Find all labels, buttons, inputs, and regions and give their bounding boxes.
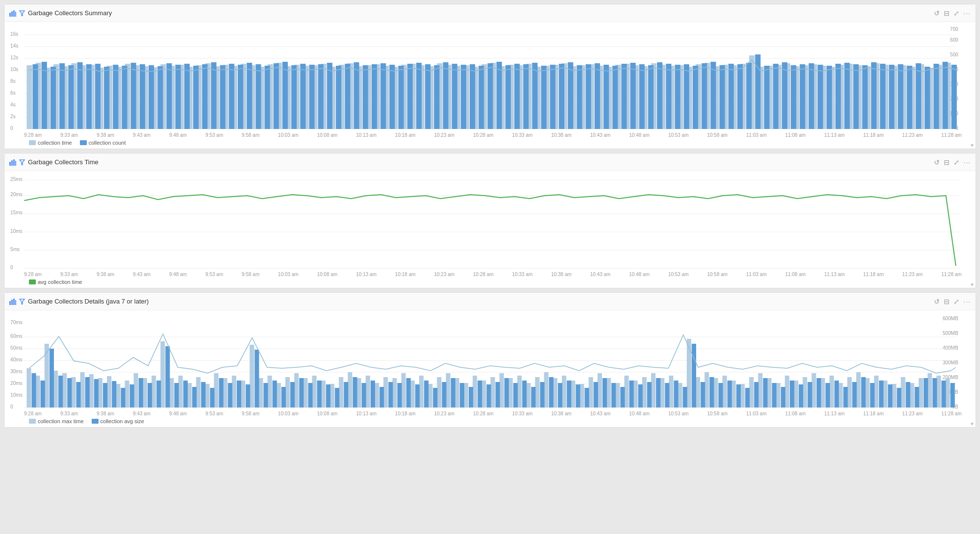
panel-summary-resize[interactable]: ▼: [970, 143, 976, 149]
svg-rect-141: [86, 64, 92, 129]
svg-rect-436: [469, 387, 473, 407]
svg-text:70ms: 70ms: [10, 320, 23, 325]
svg-rect-224: [827, 66, 832, 129]
panel-summary-body: 0 2s 4s 6s 8s 10s 12s 14s 16s 0 100 200 …: [4, 22, 976, 149]
svg-rect-386: [945, 378, 950, 407]
svg-rect-235: [925, 67, 930, 129]
filter-icon-3: [19, 299, 25, 305]
svg-text:400MB: 400MB: [943, 345, 958, 351]
summary-x-axis: 9:28 am 9:33 am 9:38 am 9:43 am 9:48 am …: [9, 131, 971, 138]
svg-text:600MB: 600MB: [943, 316, 958, 321]
svg-rect-343: [562, 376, 566, 407]
svg-text:25ms: 25ms: [10, 177, 23, 182]
svg-rect-333: [473, 376, 477, 407]
svg-rect-426: [379, 387, 384, 407]
svg-rect-377: [865, 378, 870, 407]
svg-text:0: 0: [10, 126, 13, 131]
svg-rect-390: [58, 376, 63, 407]
svg-rect-432: [433, 388, 437, 407]
svg-rect-463: [709, 377, 714, 407]
svg-rect-163: [282, 62, 288, 129]
svg-rect-286: [53, 371, 58, 407]
refresh-button-2[interactable]: ↺: [934, 158, 940, 166]
svg-rect-486: [915, 387, 919, 407]
expand-button-3[interactable]: ⤢: [954, 298, 959, 305]
more-button[interactable]: ···: [963, 9, 971, 17]
panel-gc-details-resize[interactable]: ▼: [970, 421, 976, 427]
svg-text:300MB: 300MB: [943, 360, 958, 365]
svg-rect-139: [68, 65, 74, 129]
svg-rect-459: [674, 381, 678, 407]
svg-rect-292: [107, 376, 111, 407]
svg-rect-157: [229, 64, 234, 129]
expand-button-2[interactable]: ⤢: [954, 158, 959, 166]
svg-rect-303: [205, 384, 209, 407]
svg-rect-197: [586, 64, 591, 129]
svg-rect-195: [568, 62, 573, 129]
svg-rect-474: [807, 382, 812, 407]
svg-rect-418: [308, 383, 313, 407]
svg-rect-165: [300, 64, 305, 129]
svg-rect-175: [389, 65, 395, 129]
svg-rect-479: [852, 382, 856, 407]
svg-rect-358: [696, 377, 700, 407]
filter-icon-2: [19, 159, 25, 165]
panel-gc-details-body: 0 10ms 20ms 30ms 40ms 50ms 60ms 70ms 0B …: [4, 310, 976, 427]
more-button-3[interactable]: ···: [963, 298, 971, 305]
minimize-button[interactable]: ⊟: [944, 9, 950, 17]
refresh-button[interactable]: ↺: [934, 9, 940, 17]
gc-details-x-axis: 9:28 am 9:33 am 9:38 am 9:43 am 9:48 am …: [9, 410, 971, 416]
svg-rect-212: [720, 65, 725, 129]
svg-rect-138: [59, 63, 65, 129]
svg-rect-206: [666, 64, 671, 129]
svg-rect-158: [238, 65, 243, 129]
svg-rect-364: [749, 377, 754, 407]
svg-marker-243: [20, 160, 25, 165]
svg-rect-424: [362, 383, 366, 407]
panel-gc-details-header-left: Garbage Collectors Details (java 7 or la…: [9, 298, 934, 305]
minimize-button-3[interactable]: ⊟: [944, 298, 950, 305]
svg-rect-176: [398, 66, 403, 129]
svg-rect-205: [657, 62, 662, 129]
svg-rect-453: [620, 387, 625, 407]
svg-rect-431: [424, 381, 428, 407]
bar-chart-icon-2: [9, 159, 16, 166]
svg-rect-156: [220, 65, 226, 129]
svg-text:4s: 4s: [10, 102, 16, 107]
svg-rect-422: [344, 382, 348, 407]
minimize-button-2[interactable]: ⊟: [944, 158, 950, 166]
svg-rect-334: [481, 381, 486, 407]
expand-button[interactable]: ⤢: [954, 9, 959, 17]
panel-gc-details-legend: collection max time collection avg size: [9, 416, 971, 425]
svg-rect-394: [94, 379, 99, 407]
svg-rect-446: [558, 383, 562, 407]
gc-time-x-axis: 9:28 am 9:33 am 9:38 am 9:43 am 9:48 am …: [9, 271, 971, 277]
svg-rect-385: [936, 376, 941, 407]
svg-rect-200: [612, 66, 618, 129]
svg-rect-311: [276, 383, 281, 407]
svg-rect-457: [656, 378, 660, 407]
svg-rect-295: [134, 373, 138, 407]
svg-rect-361: [723, 376, 727, 407]
svg-rect-170: [345, 64, 350, 129]
svg-rect-456: [647, 382, 652, 407]
svg-rect-404: [183, 381, 188, 407]
more-button-2[interactable]: ···: [963, 158, 971, 166]
panel-gc-time: Garbage Collectors Time ↺ ⊟ ⤢ ··· 0 5ms …: [4, 153, 976, 288]
svg-rect-439: [496, 382, 500, 407]
svg-rect-322: [375, 383, 379, 407]
svg-rect-351: [633, 381, 638, 407]
svg-rect-145: [122, 66, 127, 129]
panel-gc-time-resize[interactable]: ▼: [970, 282, 976, 288]
svg-rect-229: [871, 62, 877, 129]
svg-rect-215: [746, 63, 752, 129]
svg-rect-402: [165, 346, 170, 407]
svg-rect-242: [15, 161, 16, 166]
svg-rect-143: [104, 67, 109, 129]
svg-rect-460: [683, 387, 687, 407]
refresh-button-3[interactable]: ↺: [934, 298, 940, 305]
svg-rect-368: [785, 376, 789, 407]
svg-rect-289: [80, 372, 85, 407]
svg-rect-220: [791, 65, 796, 129]
svg-rect-150: [166, 63, 172, 129]
